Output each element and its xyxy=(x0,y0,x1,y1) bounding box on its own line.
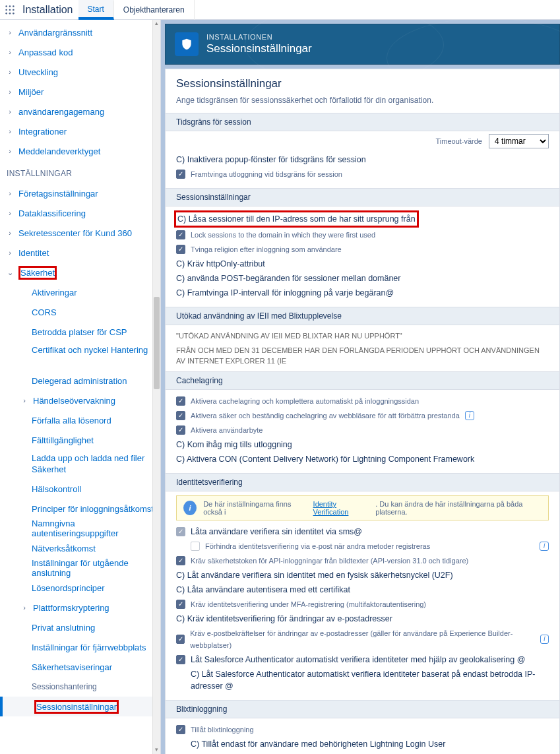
idv-email-confirm[interactable]: Kräv e-postbekräftelser för ändringar av… xyxy=(176,626,549,652)
sidebar-item-event-monitoring[interactable]: ›Händelseövervakning xyxy=(0,391,160,410)
sidebar-item-privacy-center[interactable]: ›Sekretesscenter för Kund 360 xyxy=(0,223,160,243)
ie-notice: "UTÖKAD ANVÄNDNING AV IEII MED BLIXTAR H… xyxy=(166,325,559,371)
sidebar-item-password-policies[interactable]: Lösenordsprinciper xyxy=(0,578,160,598)
idv-email-change[interactable]: C) Kräv identitetsverifiering för ändrin… xyxy=(176,612,549,626)
section-timeout-heading: Tidsgräns för session xyxy=(166,113,559,131)
checkbox-checked-icon[interactable] xyxy=(176,635,185,644)
sidebar-item-delegated-admin[interactable]: Delegerad administration xyxy=(0,371,160,391)
sidebar-item-user-engagement[interactable]: ›användarengagemang xyxy=(0,102,160,121)
sidebar-item-development[interactable]: ›Utveckling xyxy=(0,62,160,82)
setting-label: C) Låsa sessioner till den IP-adress som… xyxy=(174,210,419,228)
tab-start[interactable]: Start xyxy=(78,0,114,20)
idv-authenticator-geo[interactable]: Låt Salesforce Authenticator automatiskt… xyxy=(176,652,549,667)
sidebar-item-label: Hälsokontroll xyxy=(32,484,81,494)
idv-note-link[interactable]: Identity Verification xyxy=(313,500,369,516)
sidebar-item-file-upload-security[interactable]: Ladda upp och ladda ned filer Säkerhet xyxy=(0,450,160,479)
sidebar-item-session-settings[interactable]: Sessionsinställningar xyxy=(0,697,160,716)
session-post-crossdomain[interactable]: C) använda POST-begäranden för sessioner… xyxy=(176,271,549,286)
sidebar-item-ui[interactable]: ›Användargränssnitt xyxy=(0,22,160,42)
checkbox-checked-icon[interactable] xyxy=(176,170,185,179)
sidebar-item-security-alerts[interactable]: Säkerhetsaviseringar xyxy=(0,657,160,677)
setting-label: C) använda POST-begäranden för sessioner… xyxy=(176,272,400,284)
sidebar-item-named-credentials[interactable]: Namngivna autentiseringsuppgifter xyxy=(0,518,160,538)
session-lock-domain[interactable]: Lock sessions to the domain in which the… xyxy=(176,228,549,242)
timeout-force-logout[interactable]: Framtvinga utloggning vid tidsgräns för … xyxy=(176,167,549,181)
sidebar-item-remote-site[interactable]: Inställningar för fjärrwebbplats xyxy=(0,637,160,657)
sidebar-item-outbound-conn[interactable]: Inställningar för utgående anslutning xyxy=(0,558,160,578)
sidebar-item-session-mgmt[interactable]: Sessionshantering xyxy=(0,677,160,697)
sidebar-item-network-access[interactable]: Nätverksåtkomst xyxy=(0,538,160,558)
app-launcher-icon[interactable] xyxy=(0,0,20,20)
sidebar-item-label: Certifikat och nyckel Hantering xyxy=(32,344,148,356)
session-enforce-ip-range[interactable]: C) Framtvinga IP-intervall för inloggnin… xyxy=(176,286,549,300)
setting-label: Låta användare verifiera sin identitet v… xyxy=(191,526,362,538)
chevron-right-icon: › xyxy=(20,604,29,612)
checkbox-unchecked-disabled-icon xyxy=(191,542,200,551)
sidebar-item-notification-tool[interactable]: ›Meddelandeverktyget xyxy=(0,141,160,161)
timeout-select[interactable]: 4 timmar xyxy=(489,134,549,148)
cache-cdn[interactable]: C) Aktivera CON (Content Delivery Networ… xyxy=(176,452,549,466)
sidebar-item-data-classification[interactable]: ›Dataklassificering xyxy=(0,203,160,223)
checkbox-checked-icon[interactable] xyxy=(176,230,185,239)
cache-remember-me[interactable]: C) Kom ihåg mig tills utloggning xyxy=(176,437,549,452)
checkbox-checked-icon[interactable] xyxy=(176,655,185,664)
session-httponly[interactable]: C) Kräv httpOnly-attribut xyxy=(176,257,549,271)
chevron-right-icon: › xyxy=(5,28,15,36)
sidebar-item-company-settings[interactable]: ›Företagsinställningar xyxy=(0,183,160,203)
info-icon[interactable]: i xyxy=(540,542,549,551)
cache-user-switching[interactable]: Aktivera användarbyte xyxy=(176,423,549,437)
sidebar-item-login-access[interactable]: Principer för inloggningsåtkomst xyxy=(0,499,160,518)
checkbox-checked-icon[interactable] xyxy=(176,245,185,254)
sidebar-item-health-check[interactable]: Hälsokontroll xyxy=(0,479,160,499)
sidebar-item-private-connect[interactable]: Privat anslutning xyxy=(0,617,160,637)
sidebar-item-platform-encryption[interactable]: ›Plattformskryptering xyxy=(0,598,160,617)
sidebar-item-expire-passwords[interactable]: Förfalla alla lösenord xyxy=(0,410,160,430)
sidebar-item-custom-code[interactable]: ›Anpassad kod xyxy=(0,42,160,62)
blixt-allow[interactable]: Tillåt blixtinloggning xyxy=(176,722,549,737)
sidebar-scrollbar[interactable]: ▴ ▾ xyxy=(152,20,160,754)
setting-label: C) Låta användare autentisera med ett ce… xyxy=(176,584,350,596)
session-force-relogin[interactable]: Tvinga religion efter inloggning som anv… xyxy=(176,242,549,257)
info-icon[interactable]: i xyxy=(465,411,474,420)
idv-cert-auth[interactable]: C) Låta användare autentisera med ett ce… xyxy=(176,582,549,597)
checkbox-checked-icon[interactable] xyxy=(176,556,185,565)
sidebar-item-label: Identitet xyxy=(18,248,49,258)
scroll-down-icon[interactable]: ▾ xyxy=(153,746,160,754)
sidebar-item-label: Delegerad administration xyxy=(32,376,127,386)
setting-label: C) Kom ihåg mig tills utloggning xyxy=(176,439,292,451)
scroll-up-icon[interactable]: ▴ xyxy=(153,20,160,28)
checkbox-checked-icon[interactable] xyxy=(176,600,185,609)
setting-label: Tillåt blixtinloggning xyxy=(191,724,254,736)
sidebar-item-security[interactable]: ⌄Säkerhet xyxy=(0,263,160,282)
idv-sms[interactable]: Låta användare verifiera sin identitet v… xyxy=(176,524,549,539)
sidebar-item-identity[interactable]: ›Identitet xyxy=(0,243,160,263)
checkbox-checked-icon[interactable] xyxy=(176,725,185,734)
tab-object-manager[interactable]: Objekthanteraren xyxy=(114,0,195,20)
sidebar-item-activations[interactable]: Aktiveringar xyxy=(0,282,160,302)
sidebar-item-cors[interactable]: CORS xyxy=(0,302,160,322)
checkbox-checked-icon[interactable] xyxy=(176,396,185,406)
sidebar-item-csp[interactable]: Betrodda platser för CSP xyxy=(0,322,160,342)
sidebar-item-integrations[interactable]: ›Integrationer xyxy=(0,121,160,141)
sidebar-item-field-accessibility[interactable]: Fälttillgänglighet xyxy=(0,430,160,450)
setting-label: Aktivera cachelagring och komplettera au… xyxy=(191,395,419,407)
cache-browser-secure[interactable]: Aktivera säker och beständig cachelagrin… xyxy=(176,408,549,423)
sidebar-item-cert-key[interactable]: Certifikat och nyckel Hantering xyxy=(0,342,160,371)
blixt-only-permitted[interactable]: C) Tillåt endast för användare med behör… xyxy=(176,737,549,751)
setting-label: Förhindra identitetsverifiering via e-po… xyxy=(205,540,430,552)
sidebar-item-label: Anpassad kod xyxy=(18,47,73,57)
cache-login-page[interactable]: Aktivera cachelagring och komplettera au… xyxy=(176,394,549,408)
idv-mfa-reg[interactable]: Kräv identitetsverifiering under MFA-reg… xyxy=(176,597,549,612)
timeout-disable-popup[interactable]: C) Inaktivera popup-fönster för tidsgrän… xyxy=(176,152,549,167)
session-lock-ip[interactable]: C) Låsa sessioner till den IP-adress som… xyxy=(176,210,549,228)
idv-api-token[interactable]: Kräv säkerhetstoken för API-inloggningar… xyxy=(176,553,549,568)
sidebar-item-environments[interactable]: ›Miljöer xyxy=(0,82,160,102)
scroll-thumb[interactable] xyxy=(154,297,160,389)
checkbox-checked-icon[interactable] xyxy=(176,425,185,435)
idv-authenticator-trusted-ip[interactable]: C) Låt Salesforce Authenticator automati… xyxy=(176,667,549,693)
checkbox-checked-icon[interactable] xyxy=(176,411,185,420)
idv-u2f[interactable]: C) Låt användare verifiera sin identitet… xyxy=(176,568,549,582)
info-icon[interactable]: i xyxy=(540,635,549,644)
sidebar-item-label: Miljöer xyxy=(18,87,44,97)
idv-block-email[interactable]: Förhindra identitetsverifiering via e-po… xyxy=(176,539,549,553)
